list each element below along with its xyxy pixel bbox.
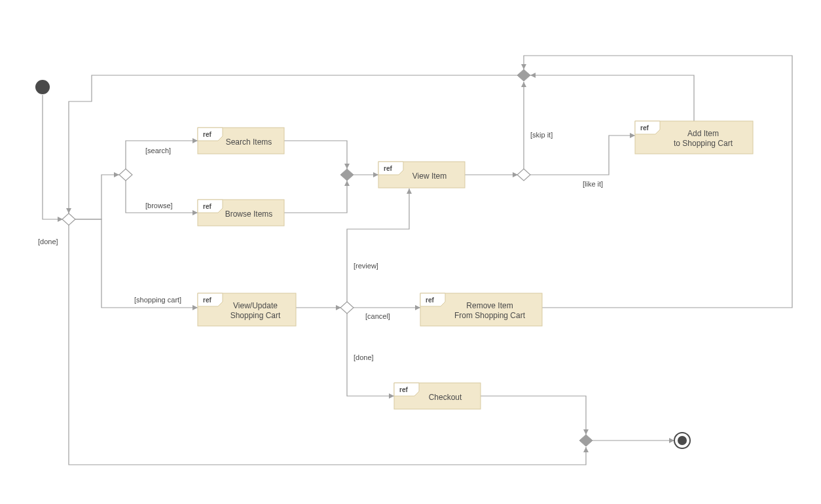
arrowhead [344,164,350,169]
ref-add-item: ref Add Item to Shopping Cart [635,121,753,154]
ref-tag: ref [203,203,211,210]
ref-checkout: ref Checkout [394,383,481,409]
guard-shopping-cart: [shopping cart] [134,296,181,304]
guard-search: [search] [145,147,171,154]
edge-additem-to-mtop [530,75,694,121]
arrowhead [530,73,536,78]
ref-tag: ref [426,297,434,304]
ref-search-label: Search Items [226,137,272,147]
initial-node [35,80,50,94]
edge-d3-like-to-additem [530,135,635,175]
merge-top [517,69,530,81]
decision-d1 [62,213,75,225]
edge-mtop-to-d1 [69,75,518,213]
arrowhead [114,172,119,177]
ref-viewcart-line2: Shopping Cart [230,311,281,320]
arrowhead [66,208,71,213]
arrowhead [583,447,589,452]
ref-view-item: ref View Item [378,162,465,188]
ref-browse-label: Browse Items [225,209,273,219]
ref-additem-line2: to Shopping Cart [674,139,733,148]
arrowhead [630,133,635,138]
ref-viewitem-label: View Item [412,171,447,181]
ref-tag: ref [203,297,211,304]
edge-browse-to-m1 [284,181,347,213]
arrowhead [407,189,412,194]
arrowhead [583,429,589,435]
ref-tag: ref [399,386,408,393]
edge-d4-review-to-viewitem [347,189,409,302]
edge-d2-to-search [126,141,198,169]
arrowhead [521,82,526,87]
ref-tag: ref [203,131,211,138]
edge-checkout-to-m5 [481,396,586,435]
arrowhead [192,305,198,310]
decision-d2 [119,169,132,181]
arrowhead [415,305,420,310]
ref-remove-item: ref Remove Item From Shopping Cart [420,293,542,326]
ref-remove-line2: From Shopping Cart [454,311,526,320]
guard-done2: [done] [354,353,374,361]
arrowhead [373,172,378,177]
merge-m5 [579,435,593,446]
edge-d1-to-d2 [75,175,119,219]
arrowhead [192,210,198,215]
arrowhead [344,181,350,186]
decision-d3 [517,169,530,181]
guard-done: [done] [38,238,58,245]
ref-tag: ref [640,124,649,132]
decision-d4 [340,302,354,314]
ref-checkout-label: Checkout [429,393,462,402]
edge-d1-to-viewcart [75,219,198,308]
final-node-inner [678,436,687,445]
edge-initial-to-d1 [43,95,63,219]
edge-search-to-m1 [284,141,347,169]
uml-activity-diagram: [search] [browse] [skip it] [like it] [s… [0,0,821,504]
arrowhead [521,64,526,69]
ref-additem-line1: Add Item [687,129,719,138]
ref-browse-items: ref Browse Items [198,200,284,226]
edge-remove-to-mtop [524,56,792,308]
edge-d1-done-to-m5 [69,225,586,465]
ref-remove-line1: Remove Item [466,301,513,310]
ref-tag: ref [384,165,392,172]
ref-search-items: ref Search Items [198,128,284,154]
arrowhead [192,138,198,143]
arrowhead [669,438,674,443]
merge-m1 [340,169,354,181]
guard-cancel: [cancel] [365,312,390,320]
arrowhead [389,393,394,399]
guard-skip-it: [skip it] [530,131,553,139]
guard-like-it: [like it] [583,180,603,188]
ref-view-cart: ref View/Update Shopping Cart [198,293,296,326]
guard-review: [review] [354,262,378,270]
guard-browse: [browse] [145,202,173,209]
ref-viewcart-line1: View/Update [233,301,278,310]
